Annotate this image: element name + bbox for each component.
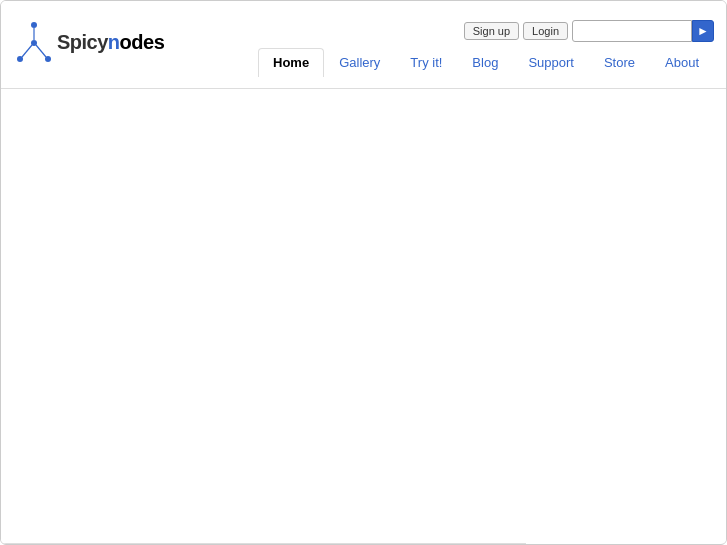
main-nav: Home Gallery Try it! Blog Support Store … [258, 48, 714, 76]
logo-odes: odes [120, 31, 165, 53]
login-button[interactable]: Login [523, 22, 568, 40]
tab-home[interactable]: Home [258, 48, 324, 77]
tab-gallery[interactable]: Gallery [324, 48, 395, 76]
tab-blog[interactable]: Blog [457, 48, 513, 76]
nav-right: Sign up Login ► Home Gallery Try it! Blo… [258, 20, 714, 76]
svg-line-6 [36, 45, 46, 57]
search-icon: ► [697, 24, 709, 38]
search-input[interactable] [572, 20, 692, 42]
svg-line-5 [22, 45, 32, 57]
logo-spicy: Spicy [57, 31, 108, 53]
main-content [1, 89, 726, 543]
tab-support[interactable]: Support [513, 48, 589, 76]
footer-divider [1, 543, 526, 544]
site-header: Spicynodes Sign up Login ► Home Gallery [1, 1, 726, 89]
logo-area[interactable]: Spicynodes [13, 17, 164, 79]
top-actions: Sign up Login ► [464, 20, 714, 42]
tab-tryit[interactable]: Try it! [395, 48, 457, 76]
tab-about[interactable]: About [650, 48, 714, 76]
search-button[interactable]: ► [692, 20, 714, 42]
browser-frame: Spicynodes Sign up Login ► Home Gallery [0, 0, 727, 545]
logo-text: Spicynodes [57, 31, 164, 54]
search-wrapper: ► [572, 20, 714, 42]
svg-point-1 [31, 22, 37, 28]
tab-store[interactable]: Store [589, 48, 650, 76]
logo-icon [13, 17, 55, 69]
logo-n: n [108, 31, 120, 53]
signup-button[interactable]: Sign up [464, 22, 519, 40]
